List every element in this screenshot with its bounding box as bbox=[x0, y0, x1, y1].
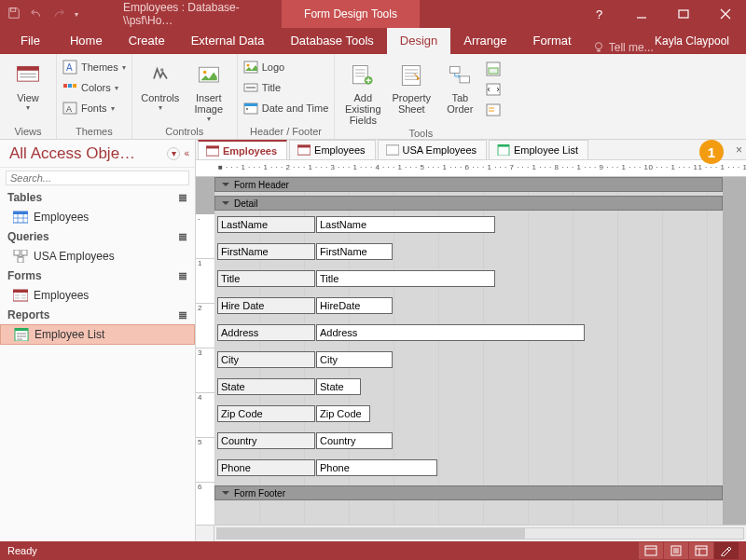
tab-format[interactable]: Format bbox=[520, 28, 585, 54]
field-label[interactable]: Phone bbox=[217, 459, 315, 476]
field-control[interactable]: FirstName bbox=[316, 243, 393, 260]
field-row[interactable]: LastNameLastName bbox=[217, 216, 495, 233]
report-view-button[interactable] bbox=[639, 542, 663, 559]
nav-section-tables[interactable]: Tables≣ bbox=[0, 188, 195, 207]
field-control[interactable]: Zip Code bbox=[316, 405, 370, 422]
print-preview-button[interactable] bbox=[664, 542, 688, 559]
tools-extra-1[interactable] bbox=[486, 59, 501, 79]
tab-external-data[interactable]: External Data bbox=[178, 28, 278, 54]
field-label[interactable]: Address bbox=[217, 324, 315, 341]
account-username[interactable]: Kayla Claypool bbox=[655, 28, 746, 54]
doctab-usa-employees[interactable]: USA Employees bbox=[378, 140, 487, 159]
field-control[interactable]: Address bbox=[316, 324, 585, 341]
add-existing-fields-button[interactable]: Add Existing Fields bbox=[340, 57, 385, 126]
logo-button[interactable]: Logo bbox=[243, 57, 329, 77]
field-control[interactable]: State bbox=[316, 378, 361, 395]
minimize-button[interactable] bbox=[620, 0, 662, 28]
redo-icon[interactable] bbox=[52, 7, 65, 22]
doctab-employees-table[interactable]: Employees bbox=[198, 140, 287, 159]
svg-rect-0 bbox=[11, 7, 16, 11]
nav-collapse-icon[interactable]: « bbox=[184, 148, 189, 158]
field-control[interactable]: LastName bbox=[316, 216, 495, 233]
title-button[interactable]: Title bbox=[243, 77, 329, 98]
field-control[interactable]: Phone bbox=[316, 459, 437, 476]
save-icon[interactable] bbox=[7, 7, 21, 22]
table-icon bbox=[13, 211, 28, 224]
colors-button[interactable]: Colors▾ bbox=[62, 77, 126, 98]
tab-arrange[interactable]: Arrange bbox=[450, 28, 519, 54]
layout-view-button[interactable] bbox=[689, 542, 713, 559]
nav-section-forms[interactable]: Forms≣ bbox=[0, 266, 195, 285]
field-label[interactable]: City bbox=[217, 351, 315, 368]
nav-section-queries[interactable]: Queries≣ bbox=[0, 227, 195, 246]
doctab-close-button[interactable]: × bbox=[736, 143, 742, 157]
field-row[interactable]: PhonePhone bbox=[217, 459, 437, 476]
help-button[interactable]: ? bbox=[578, 0, 620, 28]
tab-create[interactable]: Create bbox=[116, 28, 178, 54]
tab-order-button[interactable]: Tab Order bbox=[437, 57, 482, 115]
title-icon bbox=[243, 80, 258, 95]
field-row[interactable]: CountryCountry bbox=[217, 432, 393, 449]
horizontal-scrollbar[interactable] bbox=[196, 525, 746, 541]
field-control[interactable]: Country bbox=[316, 432, 393, 449]
detail-grid[interactable]: LastNameLastNameFirstNameFirstNameTitleT… bbox=[214, 211, 723, 485]
field-row[interactable]: Zip CodeZip Code bbox=[217, 405, 370, 422]
field-control[interactable]: City bbox=[316, 351, 393, 368]
qat-dropdown-icon[interactable]: ▾ bbox=[75, 10, 78, 19]
fonts-button[interactable]: AFonts▾ bbox=[62, 98, 126, 118]
field-label[interactable]: Zip Code bbox=[217, 405, 315, 422]
field-label[interactable]: FirstName bbox=[217, 243, 315, 260]
field-label[interactable]: Title bbox=[217, 270, 315, 287]
tab-database-tools[interactable]: Database Tools bbox=[277, 28, 386, 54]
datetime-button[interactable]: Date and Time bbox=[243, 98, 329, 118]
tell-me-label: Tell me... bbox=[609, 41, 654, 54]
field-row[interactable]: StateState bbox=[217, 378, 361, 395]
nav-dropdown-icon[interactable]: ▾ bbox=[167, 147, 180, 160]
section-form-footer[interactable]: Form Footer bbox=[214, 485, 723, 500]
section-detail[interactable]: Detail bbox=[214, 196, 723, 211]
doctab-employee-list[interactable]: Employee List bbox=[489, 140, 588, 159]
scroll-thumb[interactable] bbox=[217, 528, 525, 539]
field-row[interactable]: Hire DateHireDate bbox=[217, 297, 393, 314]
property-sheet-button[interactable]: Property Sheet bbox=[389, 57, 434, 115]
field-row[interactable]: AddressAddress bbox=[217, 324, 585, 341]
nav-item-query-usa[interactable]: USA Employees bbox=[0, 246, 195, 266]
nav-item-report-employee-list[interactable]: Employee List bbox=[0, 324, 195, 345]
nav-section-reports[interactable]: Reports≣ bbox=[0, 306, 195, 324]
field-row[interactable]: TitleTitle bbox=[217, 270, 495, 287]
field-control[interactable]: Title bbox=[316, 270, 495, 287]
design-view-button[interactable] bbox=[714, 542, 739, 559]
tools-extra-2[interactable] bbox=[486, 79, 501, 100]
expand-icon bbox=[221, 488, 230, 498]
tools-extra-3[interactable] bbox=[486, 100, 501, 120]
tab-home[interactable]: Home bbox=[57, 28, 116, 54]
nav-item-form-employees[interactable]: Employees bbox=[0, 285, 195, 306]
themes-button[interactable]: AThemes▾ bbox=[62, 57, 126, 77]
field-label[interactable]: State bbox=[217, 378, 315, 395]
field-control[interactable]: HireDate bbox=[316, 297, 393, 314]
tell-me-search[interactable]: Tell me... bbox=[592, 41, 654, 54]
field-row[interactable]: CityCity bbox=[217, 351, 393, 368]
doctab-employees-form[interactable]: Employees bbox=[289, 140, 375, 159]
tab-file[interactable]: File bbox=[4, 28, 57, 54]
undo-icon[interactable] bbox=[30, 7, 43, 22]
view-button[interactable]: View ▾ bbox=[6, 57, 50, 112]
field-row[interactable]: FirstNameFirstName bbox=[217, 243, 393, 260]
controls-button[interactable]: Controls▾ bbox=[138, 57, 183, 112]
field-label[interactable]: Country bbox=[217, 432, 315, 449]
vertical-ruler[interactable]: -123456 bbox=[196, 214, 214, 525]
form-footer-grid[interactable] bbox=[214, 500, 723, 525]
insert-image-button[interactable]: Insert Image▾ bbox=[186, 57, 231, 123]
tab-design[interactable]: Design bbox=[387, 28, 450, 54]
field-label[interactable]: Hire Date bbox=[217, 297, 315, 314]
horizontal-ruler[interactable]: ■ · · · 1 · · · 1 · · · 2 · · · 1 · · · … bbox=[196, 160, 746, 177]
close-button[interactable] bbox=[704, 0, 746, 28]
form-header-grid[interactable] bbox=[214, 192, 723, 196]
nav-search-input[interactable] bbox=[6, 171, 189, 185]
nav-item-table-employees[interactable]: Employees bbox=[0, 207, 195, 227]
maximize-button[interactable] bbox=[662, 0, 704, 28]
section-form-header[interactable]: Form Header bbox=[214, 177, 723, 192]
design-surface[interactable]: -123456 Form Header Detail LastNameLastN… bbox=[196, 177, 746, 525]
nav-header[interactable]: All Access Obje… ▾ « bbox=[0, 140, 195, 168]
field-label[interactable]: LastName bbox=[217, 216, 315, 233]
